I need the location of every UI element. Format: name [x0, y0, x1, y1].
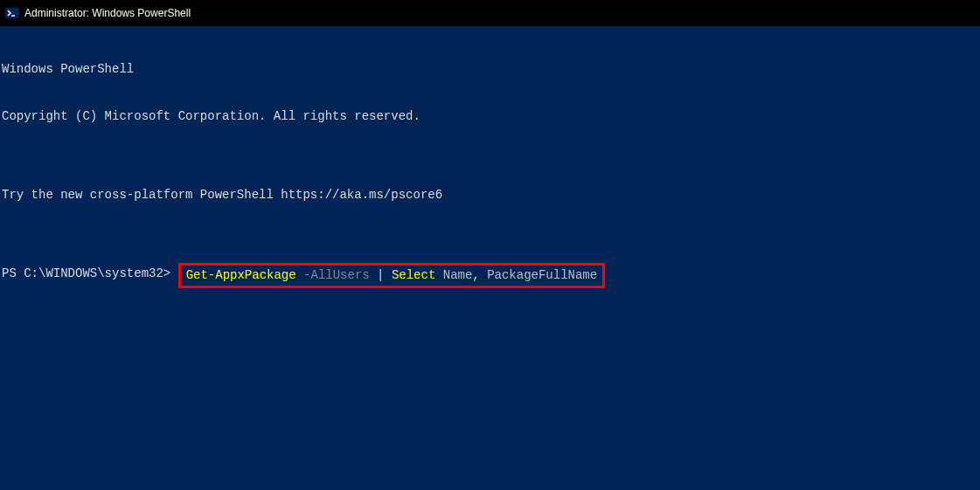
cmdlet: Select	[392, 268, 435, 282]
terminal-body[interactable]: Windows PowerShell Copyright (C) Microso…	[0, 26, 980, 307]
prompt: PS C:\WINDOWS\system32>	[2, 266, 178, 281]
command-highlight-box: Get-AppxPackage -AllUsers | Select Name,…	[178, 263, 606, 288]
terminal-output-line: Try the new cross-platform PowerShell ht…	[2, 187, 978, 203]
cmdlet-arg: Name	[435, 268, 472, 282]
terminal-output-line: Copyright (C) Microsoft Corporation. All…	[2, 108, 978, 124]
cmdlet-param: -AllUsers	[296, 268, 370, 282]
window-titlebar[interactable]: Administrator: Windows PowerShell	[0, 0, 980, 26]
terminal-output-line: Windows PowerShell	[2, 61, 978, 77]
comma: ,	[472, 268, 479, 282]
prompt-line[interactable]: PS C:\WINDOWS\system32> Get-AppxPackage …	[2, 266, 978, 288]
svg-rect-0	[5, 8, 19, 18]
cmdlet-arg: PackageFullName	[480, 268, 597, 282]
cmdlet: Get-AppxPackage	[186, 268, 296, 282]
pipe-operator: |	[370, 268, 392, 282]
window-title: Administrator: Windows PowerShell	[24, 7, 191, 19]
powershell-icon	[5, 6, 19, 20]
